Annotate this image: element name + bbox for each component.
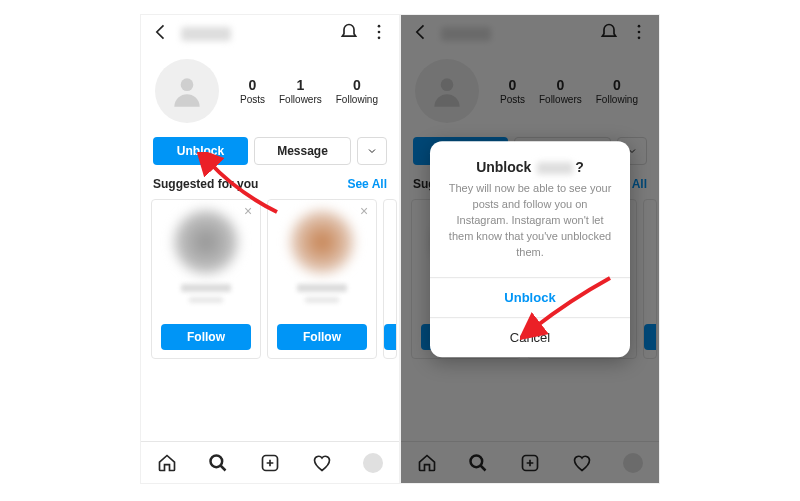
dialog-title: Unblock ? <box>430 141 630 181</box>
profile-tab <box>622 452 644 474</box>
suggested-name-blurred <box>181 284 231 292</box>
profile-stats: 0 Posts 0 Followers 0 Following <box>493 77 645 105</box>
svg-point-0 <box>378 25 381 28</box>
stat-following: 0 Following <box>596 77 638 105</box>
home-icon[interactable] <box>156 452 178 474</box>
stat-following-count: 0 <box>336 77 378 93</box>
suggested-title: Suggested for you <box>153 177 258 191</box>
username-blurred <box>181 27 231 41</box>
more-icon <box>629 22 649 46</box>
activity-icon[interactable] <box>311 452 333 474</box>
suggested-card[interactable]: × Follow <box>267 199 377 359</box>
suggested-header: Suggested for you See All <box>141 177 399 199</box>
stat-followers: 0 Followers <box>539 77 582 105</box>
suggested-card[interactable]: × Follow <box>151 199 261 359</box>
suggested-card-peek[interactable] <box>383 199 397 359</box>
see-all-link[interactable]: See All <box>347 177 387 191</box>
close-icon[interactable]: × <box>240 204 256 220</box>
avatar <box>363 453 383 473</box>
suggested-list[interactable]: × Follow × Follow <box>141 199 399 359</box>
profile-stats: 0 Posts 1 Followers 0 Following <box>233 77 385 105</box>
bottom-nav <box>401 441 659 483</box>
suggested-name-blurred <box>297 284 347 292</box>
dialog-username-blurred <box>537 162 573 174</box>
follow-button[interactable] <box>384 324 396 350</box>
phone-unblock-dialog-screen: 0 Posts 0 Followers 0 Following Unblock … <box>400 14 660 484</box>
new-post-icon <box>519 452 541 474</box>
suggest-toggle-button[interactable] <box>357 137 387 165</box>
svg-point-6 <box>638 25 641 28</box>
new-post-icon[interactable] <box>259 452 281 474</box>
stat-followers-label: Followers <box>279 94 322 105</box>
unblock-dialog: Unblock ? They will now be able to see y… <box>430 141 630 357</box>
stat-followers[interactable]: 1 Followers <box>279 77 322 105</box>
profile-summary: 0 Posts 1 Followers 0 Following <box>141 53 399 133</box>
message-button[interactable]: Message <box>254 137 351 165</box>
follow-button[interactable]: Follow <box>161 324 251 350</box>
dialog-cancel-button[interactable]: Cancel <box>430 317 630 357</box>
close-icon[interactable]: × <box>356 204 372 220</box>
svg-point-3 <box>181 78 194 91</box>
avatar <box>623 453 643 473</box>
svg-point-9 <box>441 78 454 91</box>
back-icon <box>411 22 431 46</box>
chevron-down-icon <box>366 145 378 157</box>
profile-tab[interactable] <box>362 452 384 474</box>
username-blurred <box>441 27 491 41</box>
stat-following[interactable]: 0 Following <box>336 77 378 105</box>
home-icon <box>416 452 438 474</box>
notifications-icon <box>599 22 619 46</box>
back-icon[interactable] <box>151 22 171 46</box>
stat-posts-count: 0 <box>240 77 265 93</box>
svg-point-8 <box>638 37 641 40</box>
svg-point-2 <box>378 37 381 40</box>
follow-button[interactable]: Follow <box>277 324 367 350</box>
stat-followers-count: 1 <box>279 77 322 93</box>
profile-avatar <box>415 59 479 123</box>
stat-posts-label: Posts <box>240 94 265 105</box>
header <box>401 15 659 53</box>
stat-posts: 0 Posts <box>500 77 525 105</box>
follow-button <box>644 324 656 350</box>
stat-following-label: Following <box>336 94 378 105</box>
svg-point-7 <box>638 31 641 34</box>
suggested-sub-blurred <box>189 297 223 303</box>
dialog-message: They will now be able to see your posts … <box>430 181 630 277</box>
profile-summary: 0 Posts 0 Followers 0 Following <box>401 53 659 133</box>
activity-icon <box>571 452 593 474</box>
header <box>141 15 399 53</box>
suggested-card-peek <box>643 199 657 359</box>
unblock-button[interactable]: Unblock <box>153 137 248 165</box>
suggested-avatar-blurred <box>290 210 354 274</box>
search-icon[interactable] <box>207 452 229 474</box>
bottom-nav <box>141 441 399 483</box>
svg-point-4 <box>211 455 223 467</box>
svg-point-1 <box>378 31 381 34</box>
svg-point-10 <box>471 455 483 467</box>
suggested-avatar-blurred <box>174 210 238 274</box>
profile-actions: Unblock Message <box>141 133 399 177</box>
stat-posts[interactable]: 0 Posts <box>240 77 265 105</box>
profile-avatar[interactable] <box>155 59 219 123</box>
search-icon <box>467 452 489 474</box>
dialog-unblock-button[interactable]: Unblock <box>430 277 630 317</box>
more-icon[interactable] <box>369 22 389 46</box>
suggested-sub-blurred <box>305 297 339 303</box>
phone-profile-screen: 0 Posts 1 Followers 0 Following Unblock … <box>140 14 400 484</box>
notifications-icon[interactable] <box>339 22 359 46</box>
